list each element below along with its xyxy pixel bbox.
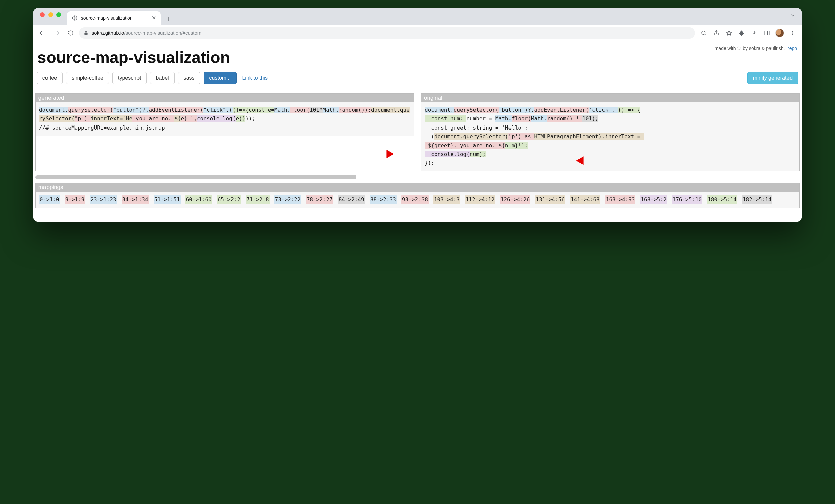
mapping-chip[interactable]: 0->1:0 (39, 195, 60, 204)
window-maximize-button[interactable] (56, 13, 61, 17)
original-code[interactable]: document.querySelector('button')?.addEve… (421, 102, 799, 171)
repo-link[interactable]: repo (788, 45, 797, 51)
tab-close-button[interactable]: ✕ (151, 15, 156, 21)
mapping-chip[interactable]: 88->2:33 (370, 195, 397, 204)
horizontal-scrollbar[interactable] (36, 175, 799, 179)
mapping-chip[interactable]: 168->5:2 (640, 195, 667, 204)
example-custom-button[interactable]: custom... (204, 72, 237, 84)
bookmark-star-icon[interactable] (723, 27, 735, 39)
mapping-chip[interactable]: 9->1:9 (65, 195, 85, 204)
mappings-list[interactable]: 0->1:09->1:923->1:2334->1:3451->1:5160->… (36, 192, 799, 208)
mapping-chip[interactable]: 163->4:93 (605, 195, 636, 204)
mapping-chip[interactable]: 73->2:22 (274, 195, 301, 204)
mapping-chip[interactable]: 141->4:68 (570, 195, 600, 204)
mapping-chip[interactable]: 180->5:14 (707, 195, 737, 204)
minify-generated-button[interactable]: minify generated (747, 72, 798, 84)
new-tab-button[interactable]: ＋ (163, 13, 174, 24)
mapping-chip[interactable]: 126->4:26 (500, 195, 531, 204)
tabs-menu-button[interactable] (790, 13, 796, 20)
mapping-chip[interactable]: 65->2:2 (217, 195, 241, 204)
search-icon[interactable] (698, 27, 709, 39)
mapping-chip[interactable]: 182->5:14 (742, 195, 772, 204)
window-minimize-button[interactable] (48, 13, 53, 17)
forward-button[interactable] (51, 27, 62, 39)
mappings-panel-header: mappings (36, 183, 799, 192)
url-text: sokra.github.io/source-map-visualization… (91, 30, 202, 36)
extensions-icon[interactable] (736, 27, 747, 39)
window-controls (38, 8, 64, 25)
address-bar[interactable]: sokra.github.io/source-map-visualization… (79, 27, 695, 39)
example-simple-coffee-button[interactable]: simple-coffee (66, 72, 109, 84)
side-panel-icon[interactable] (761, 27, 773, 39)
profile-avatar[interactable] (774, 27, 786, 39)
mapping-chip[interactable]: 176->5:10 (672, 195, 702, 204)
downloads-icon[interactable] (749, 27, 760, 39)
svg-point-3 (701, 31, 705, 35)
browser-toolbar: sokra.github.io/source-map-visualization… (34, 25, 801, 41)
generated-panel: generated document.querySelector("button… (36, 93, 414, 172)
tab-title: source-map-visualization (81, 15, 148, 21)
example-babel-button[interactable]: babel (150, 72, 174, 84)
example-selector-row: coffee simple-coffee typescript babel sa… (35, 72, 800, 93)
back-button[interactable] (37, 27, 48, 39)
credit-line: made with ♡ by sokra & paulirish. repo (715, 45, 797, 51)
page-content: made with ♡ by sokra & paulirish. repo s… (34, 41, 801, 222)
mapping-chip[interactable]: 84->2:49 (338, 195, 365, 204)
reload-button[interactable] (65, 27, 76, 39)
original-panel-header: original (421, 94, 799, 102)
heart-icon: ♡ (737, 45, 741, 51)
mapping-chip[interactable]: 131->4:56 (535, 195, 565, 204)
mapping-chip[interactable]: 51->1:51 (154, 195, 181, 204)
mapping-chip[interactable]: 93->2:38 (402, 195, 429, 204)
window-close-button[interactable] (40, 13, 45, 17)
mapping-chip[interactable]: 71->2:8 (246, 195, 269, 204)
mapping-chip[interactable]: 34->1:34 (122, 195, 149, 204)
code-panels: generated document.querySelector("button… (35, 93, 800, 172)
share-icon[interactable] (711, 27, 722, 39)
mappings-panel: mappings 0->1:09->1:923->1:2334->1:3451-… (36, 183, 799, 208)
kebab-menu-icon[interactable] (787, 27, 798, 39)
lock-icon (84, 31, 88, 36)
original-panel: original document.querySelector('button'… (421, 93, 799, 172)
svg-point-12 (792, 33, 793, 34)
browser-window: source-map-visualization ✕ ＋ sokra.githu… (34, 8, 801, 222)
toolbar-actions (698, 27, 798, 39)
mapping-chip[interactable]: 112->4:12 (465, 195, 495, 204)
avatar-icon (775, 29, 784, 38)
globe-icon (72, 15, 78, 21)
example-coffee-button[interactable]: coffee (37, 72, 63, 84)
svg-point-11 (792, 31, 793, 32)
mapping-chip[interactable]: 78->2:27 (306, 195, 333, 204)
example-typescript-button[interactable]: typescript (113, 72, 146, 84)
svg-marker-6 (727, 31, 732, 35)
link-to-this-link[interactable]: Link to this (242, 75, 267, 81)
svg-point-13 (792, 34, 793, 35)
mapping-chip[interactable]: 60->1:60 (185, 195, 212, 204)
generated-panel-header: generated (36, 94, 414, 102)
page-title: source-map-visualization (38, 48, 797, 66)
mapping-chip[interactable]: 103->4:3 (433, 195, 460, 204)
mapping-chip[interactable]: 23->1:23 (90, 195, 117, 204)
svg-rect-9 (765, 31, 770, 35)
generated-code[interactable]: document.querySelector("button")?.addEve… (36, 102, 414, 136)
svg-line-4 (705, 34, 706, 35)
browser-tab[interactable]: source-map-visualization ✕ (67, 12, 161, 25)
example-sass-button[interactable]: sass (178, 72, 200, 84)
tab-strip: source-map-visualization ✕ ＋ (34, 8, 801, 25)
